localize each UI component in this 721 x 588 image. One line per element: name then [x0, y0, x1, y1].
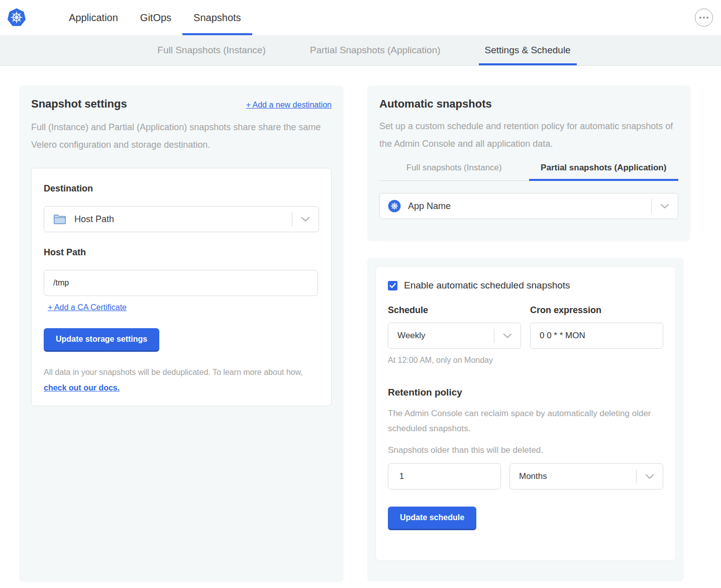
kubernetes-app-icon [388, 200, 401, 213]
cron-expression-input[interactable] [530, 323, 663, 349]
schedule-interval-value: Weekly [397, 331, 425, 341]
add-new-destination-link[interactable]: + Add a new destination [246, 101, 332, 110]
enable-snapshots-row: Enable automatic scheduled snapshots [388, 280, 663, 291]
chevron-down-icon[interactable] [637, 474, 663, 479]
automatic-snapshots-description: Set up a custom schedule and retention p… [379, 118, 678, 153]
cron-readable-text: At 12:00 AM, only on Monday [388, 356, 521, 365]
retention-unit-value: Months [519, 471, 547, 481]
schedule-panel: Enable automatic scheduled snapshots Sch… [367, 258, 684, 581]
retention-amount-input[interactable] [388, 463, 501, 489]
dedupe-note: All data in your snapshots will be dedup… [44, 364, 319, 396]
retention-unit-select[interactable]: Months [509, 463, 663, 489]
chevron-down-icon[interactable] [652, 204, 678, 209]
enable-snapshots-label: Enable automatic scheduled snapshots [404, 280, 570, 291]
add-ca-certificate-link[interactable]: + Add a CA Certificate [48, 303, 127, 312]
subnav-tab-partial-snapshots[interactable]: Partial Snapshots (Application) [310, 35, 441, 65]
nav-item-snapshots[interactable]: Snapshots [182, 0, 252, 35]
destination-value: Host Path [74, 214, 114, 225]
dedupe-note-text: All data in your snapshots will be dedup… [44, 368, 303, 376]
host-path-input[interactable] [44, 270, 318, 296]
schedule-interval-select[interactable]: Weekly [388, 323, 521, 349]
cron-expression-label: Cron expression [530, 305, 663, 316]
snapshot-settings-header: Snapshot settings + Add a new destinatio… [31, 97, 332, 111]
schedule-label: Schedule [388, 305, 521, 316]
destination-label: Destination [44, 183, 319, 194]
schedule-card: Enable automatic scheduled snapshots Sch… [375, 266, 676, 561]
checkmark-icon [389, 283, 396, 288]
snapshot-settings-description: Full (Instance) and Partial (Application… [31, 119, 332, 154]
folder-icon [53, 214, 66, 225]
enable-snapshots-checkbox[interactable] [388, 281, 397, 290]
cron-column: Cron expression [530, 305, 663, 365]
kubernetes-logo-icon [7, 8, 26, 28]
app-header: Application GitOps Snapshots [0, 0, 721, 35]
schedule-form-row: Schedule Weekly [388, 305, 663, 365]
docs-link[interactable]: check out our docs. [44, 383, 120, 392]
retention-policy-title: Retention policy [388, 387, 663, 398]
automatic-snapshots-panel: Automatic snapshots Set up a custom sche… [367, 85, 690, 241]
subnav-tab-full-snapshots[interactable]: Full Snapshots (Instance) [157, 35, 265, 65]
tab-partial-snapshots-application[interactable]: Partial snapshots (Application) [529, 163, 679, 181]
tab-full-snapshots-instance[interactable]: Full snapshots (Instance) [379, 163, 529, 181]
ellipsis-menu-icon[interactable] [695, 9, 713, 27]
retention-policy-section: Retention policy The Admin Console can r… [388, 387, 663, 489]
chevron-down-icon[interactable] [292, 217, 319, 222]
app-select-value: App Name [408, 201, 451, 212]
schedule-column: Schedule Weekly [388, 305, 521, 365]
main-content: Snapshot settings + Add a new destinatio… [0, 66, 721, 582]
app-select[interactable]: App Name [379, 193, 678, 219]
nav-item-application[interactable]: Application [58, 0, 129, 35]
update-storage-settings-button[interactable]: Update storage settings [44, 328, 159, 350]
chevron-down-icon[interactable] [494, 333, 521, 339]
destination-select[interactable]: Host Path [44, 206, 319, 232]
storage-settings-card: Destination Host Path Host Path [31, 168, 332, 406]
subnav-tab-settings-schedule[interactable]: Settings & Schedule [485, 35, 571, 65]
update-schedule-button[interactable]: Update schedule [388, 507, 476, 529]
retention-hint: Snapshots older than this will be delete… [388, 445, 663, 455]
retention-form-row: Months [388, 463, 663, 489]
top-navigation: Application GitOps Snapshots [58, 0, 252, 35]
automatic-snapshots-title: Automatic snapshots [379, 97, 678, 111]
right-column: Automatic snapshots Set up a custom sche… [367, 85, 690, 582]
retention-policy-description: The Admin Console can reclaim space by a… [388, 406, 663, 436]
snapshots-subnav: Full Snapshots (Instance) Partial Snapsh… [0, 35, 721, 66]
host-path-label: Host Path [44, 247, 319, 258]
snapshot-type-tabs: Full snapshots (Instance) Partial snapsh… [379, 163, 678, 181]
snapshot-settings-panel: Snapshot settings + Add a new destinatio… [19, 85, 344, 582]
nav-item-gitops[interactable]: GitOps [129, 0, 182, 35]
snapshot-settings-title: Snapshot settings [31, 97, 127, 111]
